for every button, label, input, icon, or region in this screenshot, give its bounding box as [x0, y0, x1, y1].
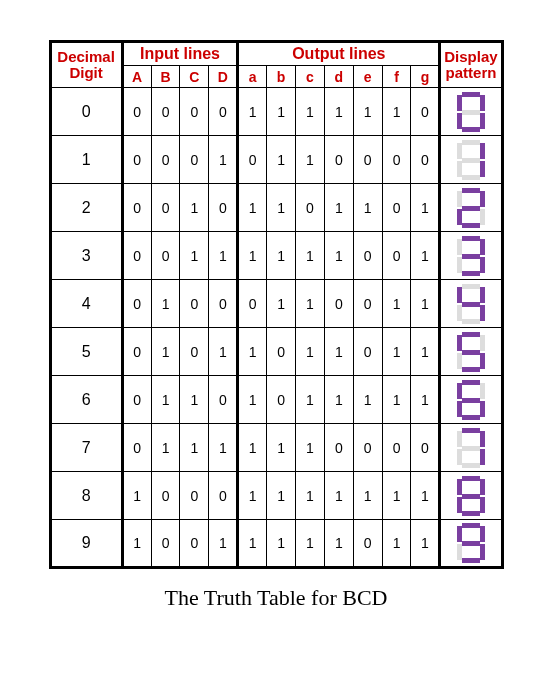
output-bit: 1: [411, 280, 440, 328]
display-pattern-cell: [440, 184, 502, 232]
input-bit: 0: [122, 184, 151, 232]
segment-g: [462, 206, 480, 211]
segment-g: [462, 158, 480, 163]
input-bit: 0: [180, 472, 209, 520]
segment-d: [462, 511, 480, 516]
seven-segment-icon: [457, 140, 485, 180]
segment-e: [457, 113, 462, 129]
seven-segment-icon: [457, 236, 485, 276]
output-bit: 0: [353, 520, 382, 568]
segment-b: [480, 526, 485, 542]
input-bit: 0: [180, 136, 209, 184]
segment-e: [457, 161, 462, 177]
truth-table-container: Decimal Digit Input lines Output lines D…: [49, 40, 504, 569]
input-bit: 1: [209, 232, 238, 280]
segment-d: [462, 558, 480, 563]
seven-segment-icon: [457, 523, 485, 563]
segment-g: [462, 494, 480, 499]
output-bit: 1: [295, 136, 324, 184]
header-output-text: Output lines: [292, 45, 385, 62]
display-pattern-cell: [440, 376, 502, 424]
segment-f: [457, 335, 462, 351]
input-bit: 1: [209, 328, 238, 376]
input-bit: 0: [209, 472, 238, 520]
segment-e: [457, 257, 462, 273]
display-pattern-cell: [440, 280, 502, 328]
col-f: f: [382, 66, 411, 88]
input-bit: 0: [151, 184, 180, 232]
segment-g: [462, 302, 480, 307]
input-bit: 0: [180, 328, 209, 376]
output-bit: 1: [411, 232, 440, 280]
segment-b: [480, 143, 485, 159]
output-bit: 1: [411, 328, 440, 376]
input-bit: 1: [209, 520, 238, 568]
input-bit: 0: [209, 88, 238, 136]
segment-a: [462, 476, 480, 481]
segment-d: [462, 223, 480, 228]
segment-b: [480, 287, 485, 303]
segment-b: [480, 95, 485, 111]
segment-d: [462, 271, 480, 276]
decimal-cell: 7: [50, 424, 122, 472]
seven-segment-icon: [457, 428, 485, 468]
col-B: B: [151, 66, 180, 88]
input-bit: 1: [151, 424, 180, 472]
header-input-lines: Input lines: [122, 42, 238, 66]
output-bit: 1: [295, 88, 324, 136]
segment-b: [480, 479, 485, 495]
input-bit: 1: [209, 136, 238, 184]
input-bit: 1: [151, 376, 180, 424]
segment-c: [480, 401, 485, 417]
output-bit: 1: [267, 184, 296, 232]
output-bit: 0: [295, 184, 324, 232]
col-e: e: [353, 66, 382, 88]
segment-e: [457, 353, 462, 369]
segment-e: [457, 209, 462, 225]
output-bit: 1: [411, 520, 440, 568]
output-bit: 1: [267, 424, 296, 472]
output-bit: 0: [353, 136, 382, 184]
segment-e: [457, 497, 462, 513]
output-bit: 1: [411, 184, 440, 232]
output-bit: 1: [324, 472, 353, 520]
segment-d: [462, 367, 480, 372]
output-bit: 1: [295, 424, 324, 472]
segment-f: [457, 431, 462, 447]
input-bit: 0: [180, 280, 209, 328]
segment-c: [480, 544, 485, 560]
input-bit: 0: [209, 280, 238, 328]
input-bit: 0: [180, 88, 209, 136]
segment-f: [457, 287, 462, 303]
table-row: 810001111111: [50, 472, 502, 520]
input-bit: 0: [122, 424, 151, 472]
col-c: c: [295, 66, 324, 88]
segment-e: [457, 449, 462, 465]
truth-table-body: 0000011111101000101100002001011011013001…: [50, 88, 502, 568]
input-bit: 1: [180, 232, 209, 280]
seven-segment-icon: [457, 380, 485, 420]
segment-b: [480, 431, 485, 447]
output-bit: 1: [295, 232, 324, 280]
segment-a: [462, 523, 480, 528]
segment-f: [457, 191, 462, 207]
input-bit: 1: [180, 376, 209, 424]
output-bit: 0: [382, 184, 411, 232]
col-D: D: [209, 66, 238, 88]
segment-b: [480, 335, 485, 351]
output-bit: 1: [295, 280, 324, 328]
page-canvas: Decimal Digit Input lines Output lines D…: [0, 0, 552, 700]
output-bit: 0: [411, 136, 440, 184]
output-bit: 1: [324, 184, 353, 232]
segment-b: [480, 239, 485, 255]
output-bit: 1: [382, 88, 411, 136]
display-pattern-cell: [440, 472, 502, 520]
output-bit: 1: [295, 328, 324, 376]
input-bit: 0: [180, 520, 209, 568]
table-row: 601101011111: [50, 376, 502, 424]
display-pattern-cell: [440, 424, 502, 472]
seven-segment-icon: [457, 476, 485, 516]
input-bit: 0: [209, 376, 238, 424]
input-bit: 1: [151, 280, 180, 328]
input-bit: 1: [122, 472, 151, 520]
